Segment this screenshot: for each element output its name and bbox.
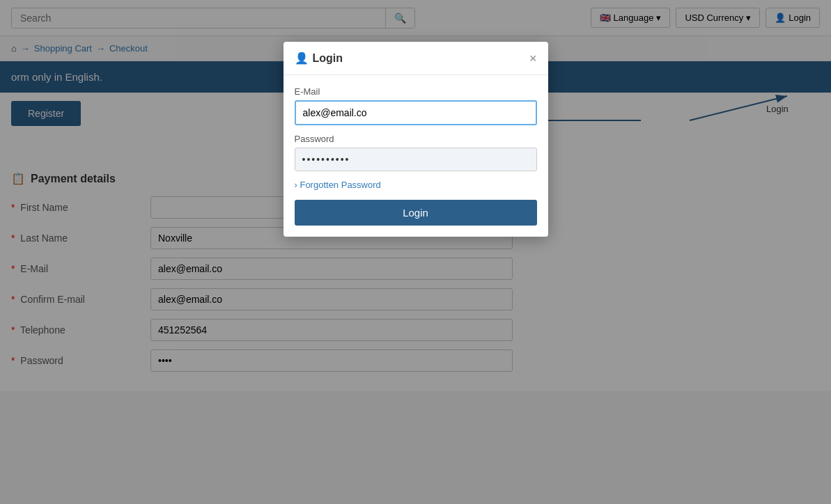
modal-close-button[interactable]: × bbox=[529, 52, 537, 65]
modal-title: 👤 Login bbox=[295, 52, 343, 65]
login-modal: 👤 Login × E-Mail Password Forgotten Pass… bbox=[284, 42, 548, 237]
modal-body: E-Mail Password Forgotten Password Login bbox=[284, 75, 548, 237]
forgotten-password-link[interactable]: Forgotten Password bbox=[295, 180, 537, 190]
modal-email-label: E-Mail bbox=[295, 86, 537, 97]
user-icon: 👤 bbox=[295, 52, 309, 65]
modal-email-input[interactable] bbox=[295, 100, 537, 125]
modal-login-button[interactable]: Login bbox=[295, 200, 537, 226]
modal-header: 👤 Login × bbox=[284, 42, 548, 75]
modal-password-input[interactable] bbox=[295, 148, 537, 171]
modal-password-label: Password bbox=[295, 134, 537, 144]
modal-overlay: 👤 Login × E-Mail Password Forgotten Pass… bbox=[0, 0, 831, 391]
